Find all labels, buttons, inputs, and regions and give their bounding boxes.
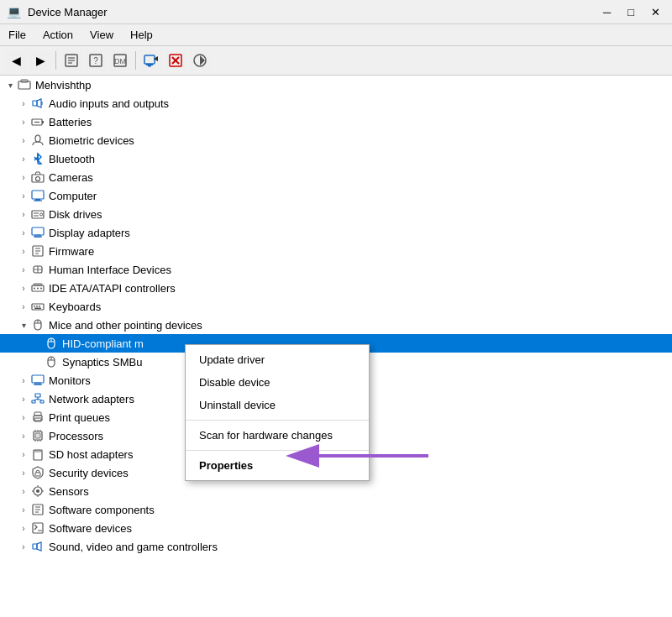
tree-root-item[interactable]: ▾ Mehvishthp bbox=[0, 76, 672, 94]
minimize-btn[interactable]: ─ bbox=[598, 6, 616, 18]
svg-rect-77 bbox=[34, 412, 41, 416]
forward-button[interactable]: ▶ bbox=[29, 50, 51, 71]
add-legacy-button[interactable] bbox=[189, 50, 211, 71]
tree-item-software-comp[interactable]: › Software components bbox=[0, 500, 672, 519]
scan-toolbar-button[interactable] bbox=[140, 50, 162, 71]
batteries-chevron: › bbox=[17, 118, 30, 127]
computer-label: Computer bbox=[49, 190, 97, 202]
tree-item-software-dev[interactable]: › Software devices bbox=[0, 519, 672, 537]
tree-item-hid[interactable]: › Human Interface Devices bbox=[0, 260, 672, 279]
ide-label: IDE ATA/ATAPI controllers bbox=[49, 282, 176, 295]
context-menu-scan-hardware[interactable]: Scan for hardware changes bbox=[186, 424, 369, 447]
svg-rect-87 bbox=[34, 450, 42, 460]
context-menu-disable-device[interactable]: Disable device bbox=[186, 371, 369, 394]
title-bar: 💻 Device Manager ─ □ ✕ bbox=[0, 0, 672, 24]
context-menu-properties[interactable]: Properties bbox=[186, 454, 369, 477]
network-icon bbox=[30, 391, 45, 406]
batteries-label: Batteries bbox=[49, 116, 92, 128]
svg-rect-67 bbox=[32, 375, 44, 383]
svg-rect-34 bbox=[32, 211, 44, 218]
tree-item-mice[interactable]: ▾ Mice and other pointing devices bbox=[0, 316, 672, 334]
tree-item-cameras[interactable]: › Cameras bbox=[0, 168, 672, 186]
context-menu-sep-2 bbox=[186, 450, 369, 451]
back-button[interactable]: ◀ bbox=[5, 50, 27, 71]
hid-device-label: HID-compliant m bbox=[62, 337, 144, 350]
svg-point-50 bbox=[37, 288, 39, 290]
update-driver-toolbar-button[interactable]: ? bbox=[85, 50, 107, 71]
firmware-icon bbox=[30, 243, 45, 259]
ide-chevron: › bbox=[17, 284, 30, 293]
monitors-chevron: › bbox=[17, 376, 30, 385]
svg-point-30 bbox=[36, 177, 40, 181]
menu-help[interactable]: Help bbox=[122, 26, 161, 44]
tree-item-bluetooth[interactable]: › Bluetooth bbox=[0, 149, 672, 168]
tree-item-computer[interactable]: › Computer bbox=[0, 186, 672, 205]
monitors-icon bbox=[30, 373, 45, 388]
tree-item-firmware[interactable]: › Firmware bbox=[0, 242, 672, 260]
computer-icon bbox=[30, 188, 45, 203]
tree-item-audio[interactable]: › Audio inputs and outputs bbox=[0, 94, 672, 112]
maximize-btn[interactable]: □ bbox=[622, 6, 639, 18]
svg-rect-52 bbox=[34, 284, 42, 285]
firmware-chevron: › bbox=[17, 247, 30, 256]
close-btn[interactable]: ✕ bbox=[646, 6, 665, 18]
sd-chevron: › bbox=[17, 450, 30, 459]
svg-rect-54 bbox=[34, 306, 35, 307]
keyboards-icon bbox=[30, 299, 45, 314]
mice-icon bbox=[30, 317, 45, 332]
svg-marker-106 bbox=[37, 542, 41, 551]
tree-item-sensors[interactable]: › Sensors bbox=[0, 482, 672, 500]
network-label: Network adapters bbox=[49, 393, 134, 405]
svg-rect-72 bbox=[40, 400, 44, 403]
biometric-icon bbox=[30, 133, 45, 148]
svg-rect-57 bbox=[34, 308, 41, 310]
context-menu-update-driver[interactable]: Update driver bbox=[186, 348, 369, 371]
svg-rect-56 bbox=[39, 306, 40, 307]
tree-item-batteries[interactable]: › Batteries bbox=[0, 112, 672, 131]
tree-item-ide[interactable]: › IDE ATA/ATAPI controllers bbox=[0, 279, 672, 297]
svg-text:DM: DM bbox=[114, 57, 126, 65]
svg-rect-70 bbox=[35, 394, 40, 397]
disk-chevron: › bbox=[17, 210, 30, 219]
hid-label: Human Interface Devices bbox=[49, 264, 171, 276]
uninstall-toolbar-button[interactable] bbox=[165, 50, 186, 71]
root-label: Mehvishthp bbox=[35, 79, 91, 92]
tree-item-sound[interactable]: › Sound, video and game controllers bbox=[0, 537, 672, 556]
biometric-label: Biometric devices bbox=[49, 134, 134, 147]
disable-toolbar-button[interactable]: DM bbox=[109, 50, 131, 71]
keyboards-chevron: › bbox=[17, 302, 30, 311]
svg-rect-103 bbox=[33, 523, 43, 533]
app-title: Device Manager bbox=[28, 6, 108, 18]
hid-icon bbox=[30, 262, 45, 277]
bluetooth-label: Bluetooth bbox=[49, 153, 95, 165]
batteries-icon bbox=[30, 114, 45, 129]
sound-chevron: › bbox=[17, 542, 30, 552]
menu-view[interactable]: View bbox=[81, 26, 122, 44]
hid-device-icon bbox=[44, 336, 59, 351]
properties-toolbar-button[interactable] bbox=[60, 50, 82, 71]
tree-item-keyboards[interactable]: › Keyboards bbox=[0, 297, 672, 316]
tree-item-biometric[interactable]: › Biometric devices bbox=[0, 131, 672, 149]
firmware-label: Firmware bbox=[49, 245, 94, 258]
display-chevron: › bbox=[17, 228, 30, 238]
svg-rect-71 bbox=[32, 400, 35, 403]
menu-action[interactable]: Action bbox=[34, 26, 81, 44]
context-menu-sep-1 bbox=[186, 420, 369, 421]
tree-item-display[interactable]: › Display adapters bbox=[0, 223, 672, 242]
disk-icon bbox=[30, 207, 45, 222]
audio-icon bbox=[30, 96, 45, 111]
svg-point-94 bbox=[36, 489, 39, 493]
menu-file[interactable]: File bbox=[0, 26, 34, 44]
svg-point-35 bbox=[40, 213, 43, 216]
root-chevron: ▾ bbox=[3, 81, 17, 90]
computer-chevron: › bbox=[17, 191, 30, 201]
svg-rect-92 bbox=[35, 473, 40, 476]
context-menu-uninstall-device[interactable]: Uninstall device bbox=[186, 394, 369, 416]
svg-rect-8 bbox=[144, 55, 155, 64]
svg-rect-23 bbox=[42, 121, 44, 123]
svg-rect-105 bbox=[33, 544, 37, 549]
svg-marker-20 bbox=[37, 99, 41, 107]
processors-chevron: › bbox=[17, 431, 30, 441]
sensors-chevron: › bbox=[17, 487, 30, 496]
tree-item-disk[interactable]: › Disk drives bbox=[0, 205, 672, 223]
